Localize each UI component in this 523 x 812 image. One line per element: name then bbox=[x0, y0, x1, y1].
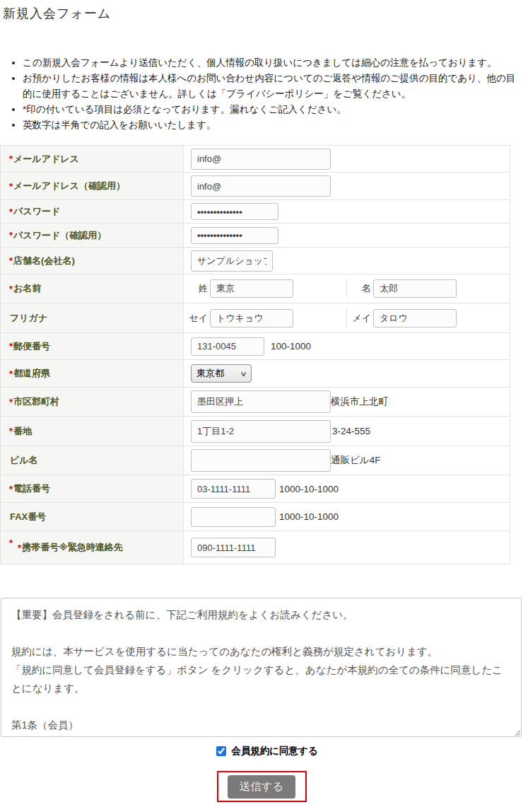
fax-hint: 1000-10-1000 bbox=[279, 511, 339, 522]
chevron-down-icon: ∨ bbox=[240, 370, 247, 378]
page-title: 新規入会フォーム bbox=[3, 5, 111, 22]
note-item: 英数字は半角での記入をお願いいたします。 bbox=[23, 117, 520, 133]
last-name-input[interactable] bbox=[210, 279, 293, 298]
note-item: お預かりしたお客様の情報は本人様へのお問い合わせ内容についてのご返答や情報のご提… bbox=[23, 71, 520, 102]
table-row-prefecture: *都道府県 東京都 ∨ bbox=[1, 360, 510, 388]
required-mark: * bbox=[9, 230, 13, 240]
password-label: *パスワード bbox=[1, 200, 184, 223]
email-label: *メールアドレス bbox=[1, 146, 184, 172]
table-row-building: ビル名 通販ビル4F bbox=[1, 446, 510, 475]
building-hint: 通販ビル4F bbox=[331, 454, 380, 467]
zip-label: *郵便番号 bbox=[1, 333, 184, 359]
submit-button[interactable]: 送信する bbox=[228, 775, 296, 799]
shop-name-label: *店舗名(会社名) bbox=[1, 248, 184, 274]
first-name-input[interactable] bbox=[373, 279, 457, 298]
first-name-cell: 名 bbox=[346, 279, 510, 298]
first-kana-prefix: メイ bbox=[347, 312, 371, 325]
last-kana-cell: セイ bbox=[184, 309, 346, 327]
terms-textarea[interactable]: 【重要】会員登録をされる前に、下記ご利用規約をよくお読みください。 規約には、本… bbox=[1, 598, 522, 737]
city-label: *市区郡町村 bbox=[1, 388, 184, 416]
password-input[interactable] bbox=[191, 203, 278, 220]
mobile-input[interactable] bbox=[191, 538, 276, 557]
prefecture-select[interactable]: 東京都 ∨ bbox=[191, 364, 252, 383]
email-input[interactable] bbox=[191, 149, 331, 170]
phone-hint: 1000-10-1000 bbox=[279, 484, 339, 494]
email-confirm-label: *メールアドレス（確認用） bbox=[1, 173, 184, 199]
kana-label: フリガナ bbox=[1, 303, 184, 332]
phone-label-text: 電話番号 bbox=[13, 482, 50, 495]
agree-label[interactable]: 会員規約に同意する bbox=[231, 745, 317, 758]
form-notes-list: この新規入会フォームより送信いただく、個人情報の取り扱いにつきましては細心の注意… bbox=[10, 55, 520, 133]
phone-input[interactable] bbox=[191, 479, 276, 499]
street-label-text: 番地 bbox=[13, 425, 32, 438]
required-mark: * bbox=[9, 207, 13, 217]
table-row-name: *お名前 姓 名 bbox=[1, 274, 510, 303]
password-confirm-input[interactable] bbox=[191, 227, 278, 244]
email-label-text: メールアドレス bbox=[13, 153, 79, 166]
required-mark: * bbox=[9, 181, 13, 192]
phone-label: *電話番号 bbox=[1, 475, 184, 502]
zip-input[interactable] bbox=[191, 337, 264, 356]
email-confirm-input[interactable] bbox=[191, 175, 331, 197]
password-confirm-label: *パスワード（確認用） bbox=[1, 224, 184, 247]
required-mark: * bbox=[9, 369, 13, 379]
kana-label-text: フリガナ bbox=[10, 312, 47, 325]
table-row-zip: *郵便番号 100-1000 bbox=[1, 333, 510, 360]
agree-row: 会員規約に同意する bbox=[0, 745, 523, 758]
building-label-text: ビル名 bbox=[10, 454, 38, 467]
last-kana-input[interactable] bbox=[210, 309, 293, 327]
required-mark: * bbox=[9, 284, 13, 294]
fax-input[interactable] bbox=[191, 507, 276, 527]
table-row-password: *パスワード bbox=[1, 200, 510, 224]
city-label-text: 市区郡町村 bbox=[13, 395, 59, 408]
required-mark: * bbox=[9, 484, 13, 494]
required-mark: * bbox=[9, 341, 13, 352]
zip-label-text: 郵便番号 bbox=[13, 340, 50, 353]
submit-highlight-box: 送信する bbox=[217, 771, 307, 802]
agree-checkbox[interactable] bbox=[216, 746, 226, 756]
last-name-prefix: 姓 bbox=[184, 282, 208, 295]
city-hint: 横浜市上北町 bbox=[331, 395, 388, 408]
first-kana-cell: メイ bbox=[346, 309, 510, 327]
required-mark: * bbox=[9, 426, 13, 436]
mobile-label-text: 携帯番号※緊急時連絡先 bbox=[22, 541, 123, 554]
shop-name-label-text: 店舗名(会社名) bbox=[13, 255, 75, 267]
zip-hint: 100-1000 bbox=[271, 341, 311, 352]
note-item: *印の付いている項目は必須となっております。漏れなくご記入ください。 bbox=[23, 102, 520, 117]
note-item: この新規入会フォームより送信いただく、個人情報の取り扱いにつきましては細心の注意… bbox=[23, 55, 520, 71]
registration-form-table: *メールアドレス *メールアドレス（確認用） *パスワード *パスワード（確認用… bbox=[0, 145, 510, 564]
prefecture-label: *都道府県 bbox=[1, 360, 184, 387]
table-row-street: *番地 3-24-555 bbox=[1, 417, 510, 446]
city-input[interactable] bbox=[191, 390, 331, 413]
prefecture-label-text: 都道府県 bbox=[13, 367, 50, 380]
table-row-password-confirm: *パスワード（確認用） bbox=[1, 224, 510, 248]
shop-name-input[interactable] bbox=[191, 250, 273, 272]
street-input[interactable] bbox=[191, 420, 331, 443]
password-label-text: パスワード bbox=[13, 205, 60, 218]
first-kana-input[interactable] bbox=[373, 309, 457, 327]
street-hint: 3-24-555 bbox=[332, 426, 370, 436]
email-confirm-label-text: メールアドレス（確認用） bbox=[13, 180, 125, 192]
table-row-kana: フリガナ セイ メイ bbox=[1, 303, 510, 333]
name-label: *お名前 bbox=[1, 274, 184, 303]
building-input[interactable] bbox=[191, 449, 331, 472]
required-mark: * bbox=[9, 397, 13, 407]
prefecture-selected-value: 東京都 bbox=[196, 367, 224, 380]
required-mark: * bbox=[9, 255, 13, 266]
required-mark: * bbox=[9, 153, 13, 164]
table-row-phone: *電話番号 1000-10-1000 bbox=[1, 475, 510, 503]
table-row-email-confirm: *メールアドレス（確認用） bbox=[1, 173, 510, 200]
last-name-cell: 姓 bbox=[184, 279, 346, 298]
required-mark: * bbox=[18, 543, 21, 553]
required-mark-sup: * bbox=[9, 538, 13, 548]
table-row-mobile: **携帯番号※緊急時連絡先 bbox=[1, 531, 510, 564]
last-kana-prefix: セイ bbox=[184, 312, 208, 325]
fax-label: FAX番号 bbox=[1, 503, 184, 530]
first-name-prefix: 名 bbox=[347, 282, 371, 295]
submit-area: 送信する bbox=[0, 771, 523, 802]
fax-label-text: FAX番号 bbox=[10, 511, 46, 523]
table-row-city: *市区郡町村 横浜市上北町 bbox=[1, 388, 510, 417]
name-label-text: お名前 bbox=[13, 282, 41, 295]
password-confirm-label-text: パスワード（確認用） bbox=[13, 229, 106, 242]
table-row-email: *メールアドレス bbox=[1, 146, 510, 173]
